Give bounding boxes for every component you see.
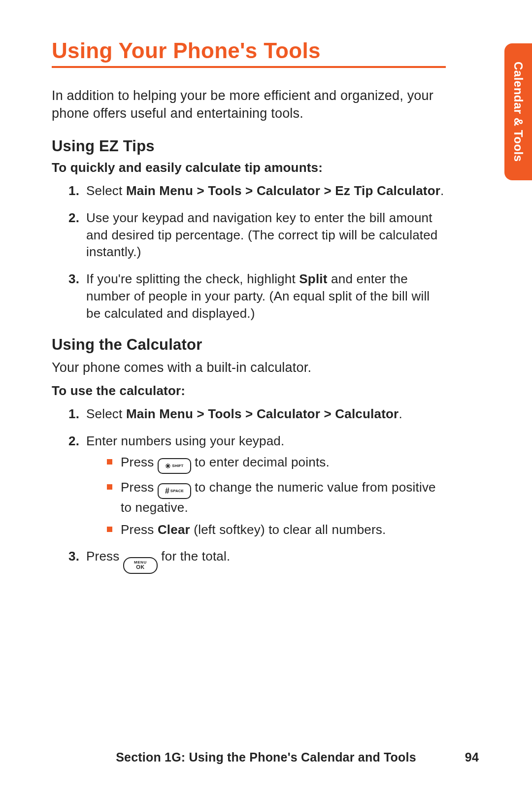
sub-text-post: to enter decimal points.	[195, 455, 330, 469]
step-bold: Main Menu > Tools > Calculator > Ez Tip …	[126, 183, 440, 198]
step-number: 1.	[68, 182, 79, 200]
sub-bold: Clear	[158, 522, 190, 537]
calc-step-3: 3. Press MENU OK for the total.	[68, 548, 446, 574]
step-text-post: .	[399, 406, 402, 421]
heading-calculator: Using the Calculator	[52, 336, 446, 354]
step-text: Use your keypad and navigation key to en…	[86, 210, 438, 260]
title-rule	[52, 66, 446, 68]
calc-sub-2: Press SPACE to change the numeric value …	[107, 479, 446, 516]
calc-substeps: Press SHIFT to enter decimal points. Pre…	[86, 454, 446, 538]
step-text-post: for the total.	[161, 549, 230, 564]
hash-space-key-icon: SPACE	[158, 483, 191, 499]
lead-calculator: To use the calculator:	[52, 383, 446, 399]
sub-text: Press	[121, 522, 158, 537]
ez-step-3: 3. If you're splitting the check, highli…	[68, 270, 446, 322]
step-text: Select	[86, 183, 126, 198]
footer-section: Section 1G: Using the Phone's Calendar a…	[116, 750, 416, 764]
calculator-intro: Your phone comes with a built-in calcula…	[52, 359, 446, 376]
lead-ez-tips: To quickly and easily calculate tip amou…	[52, 160, 446, 175]
menu-ok-key-icon: MENU OK	[123, 557, 158, 574]
sub-text: Press	[121, 480, 158, 495]
intro-paragraph: In addition to helping your be more effi…	[52, 87, 446, 123]
star-shift-key-icon: SHIFT	[158, 458, 191, 474]
calc-sub-1: Press SHIFT to enter decimal points.	[107, 454, 446, 474]
sub-text: Press	[121, 455, 158, 469]
step-text-post: .	[440, 183, 444, 198]
step-text: Press	[86, 549, 123, 564]
calc-sub-3: Press Clear (left softkey) to clear all …	[107, 521, 446, 538]
calculator-steps: 1. Select Main Menu > Tools > Calculator…	[52, 405, 446, 574]
side-tab-calendar-tools: Calendar & Tools	[504, 43, 532, 180]
step-number: 3.	[68, 548, 79, 565]
step-text: Select	[86, 406, 126, 421]
step-number: 3.	[68, 270, 79, 288]
calc-step-1: 1. Select Main Menu > Tools > Calculator…	[68, 405, 446, 423]
step-bold: Split	[299, 271, 327, 286]
side-tab-label: Calendar & Tools	[511, 62, 525, 162]
heading-ez-tips: Using EZ Tips	[52, 137, 446, 155]
step-number: 1.	[68, 405, 79, 423]
page-content: Using Your Phone's Tools In addition to …	[52, 38, 446, 584]
page-footer: Section 1G: Using the Phone's Calendar a…	[0, 750, 532, 765]
step-text: Enter numbers using your keypad.	[86, 433, 284, 448]
ez-step-1: 1. Select Main Menu > Tools > Calculator…	[68, 182, 446, 200]
ez-tips-steps: 1. Select Main Menu > Tools > Calculator…	[52, 182, 446, 322]
calc-step-2: 2. Enter numbers using your keypad. Pres…	[68, 432, 446, 538]
ez-step-2: 2. Use your keypad and navigation key to…	[68, 209, 446, 261]
page-title: Using Your Phone's Tools	[52, 38, 446, 63]
step-bold: Main Menu > Tools > Calculator > Calcula…	[126, 406, 399, 421]
step-text: If you're splitting the check, highlight	[86, 271, 299, 286]
page-number: 94	[465, 750, 479, 765]
sub-text-post: (left softkey) to clear all numbers.	[190, 522, 386, 537]
step-number: 2.	[68, 432, 79, 450]
step-number: 2.	[68, 209, 79, 227]
